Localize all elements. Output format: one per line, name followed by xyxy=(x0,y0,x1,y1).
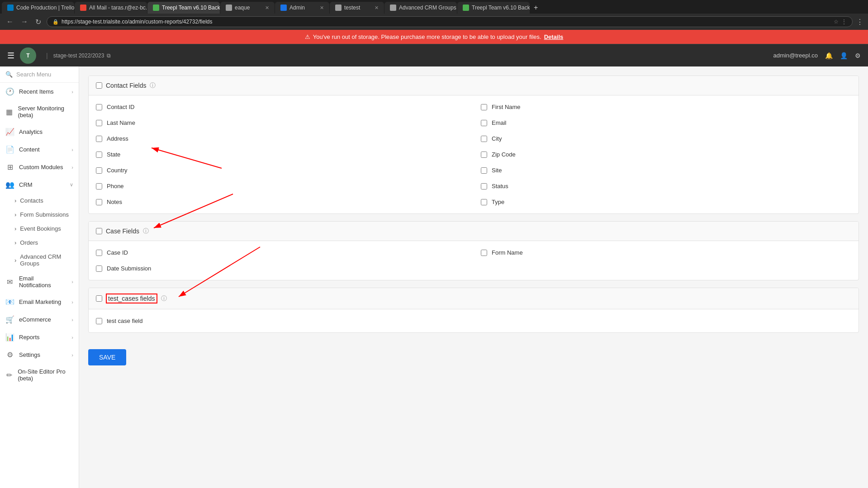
tab-gmail[interactable]: All Mail - taras.r@ez-bc.c... ✕ xyxy=(75,2,147,14)
extensions-area: ⋮ xyxy=(856,18,863,26)
sidebar-item-reports[interactable]: 📊 Reports › xyxy=(0,328,79,346)
sidebar-item-custom-modules[interactable]: ⊞ Custom Modules › xyxy=(0,158,79,176)
contact-fields-section: Contact Fields ⓘ Contact ID Last Name xyxy=(88,76,859,214)
sidebar-item-recent-items[interactable]: 🕐 Recent Items › xyxy=(0,83,79,100)
city-label: City xyxy=(492,135,502,142)
external-link-icon[interactable]: ⧉ xyxy=(107,52,111,59)
country-checkbox[interactable] xyxy=(96,167,102,174)
last-name-label: Last Name xyxy=(107,119,135,126)
city-checkbox[interactable] xyxy=(481,136,487,142)
admin-email: admin@treepl.co xyxy=(773,52,818,59)
form-name-checkbox[interactable] xyxy=(481,250,487,256)
test-cases-left: test case field xyxy=(89,313,474,329)
sidebar-item-form-submissions[interactable]: › Form Submissions xyxy=(14,208,79,222)
warning-icon: ⚠ xyxy=(305,33,310,40)
tab-crm-groups[interactable]: Advanced CRM Groups ✕ xyxy=(384,2,457,14)
ecommerce-chevron-icon: › xyxy=(71,317,73,322)
notes-checkbox[interactable] xyxy=(96,199,102,205)
sidebar-item-email-marketing[interactable]: 📧 Email Marketing › xyxy=(0,293,79,311)
settings-icon[interactable]: ⚙ xyxy=(855,52,861,59)
main-layout: 🔍 Search Menu 🕐 Recent Items › ▦ Server … xyxy=(0,66,868,488)
field-status: Status xyxy=(474,178,859,194)
case-id-checkbox[interactable] xyxy=(96,250,102,256)
email-notifications-chevron-icon: › xyxy=(71,279,73,284)
site-checkbox[interactable] xyxy=(481,167,487,174)
date-submission-label: Date Submission xyxy=(107,265,151,272)
tab-close-testest[interactable]: ✕ xyxy=(375,5,379,11)
tab-eaque[interactable]: eaque ✕ xyxy=(220,2,275,14)
phone-checkbox[interactable] xyxy=(96,183,102,190)
field-form-name: Form Name xyxy=(474,245,859,261)
notifications-icon[interactable]: 🔔 xyxy=(825,52,833,59)
address-bar[interactable]: 🔒 https://stage-test.trialsite.co/admin/… xyxy=(47,16,853,27)
test-cases-checkbox[interactable] xyxy=(96,295,102,302)
storage-details-link[interactable]: Details xyxy=(544,33,564,40)
contact-fields-checkbox[interactable] xyxy=(96,82,102,89)
tab-close-admin[interactable]: ✕ xyxy=(320,5,324,11)
sidebar-item-contacts[interactable]: › Contacts xyxy=(14,194,79,208)
sidebar-item-advanced-crm-groups[interactable]: › Advanced CRM Groups xyxy=(14,250,79,270)
test-cases-info-icon[interactable]: ⓘ xyxy=(161,294,167,303)
sidebar-item-crm[interactable]: 👥 CRM ∨ xyxy=(0,176,79,194)
email-checkbox[interactable] xyxy=(481,120,487,126)
sidebar-item-settings[interactable]: ⚙ Settings › xyxy=(0,346,79,364)
first-name-checkbox[interactable] xyxy=(481,104,487,110)
address-checkbox[interactable] xyxy=(96,136,102,142)
state-checkbox[interactable] xyxy=(96,152,102,158)
sidebar-item-server-monitoring[interactable]: ▦ Server Monitoring (beta) xyxy=(0,100,79,123)
hamburger-button[interactable]: ☰ xyxy=(7,51,14,61)
sidebar-item-event-bookings[interactable]: › Event Bookings xyxy=(14,222,79,236)
status-checkbox[interactable] xyxy=(481,183,487,190)
tab-label-admin: Admin xyxy=(289,5,305,11)
contact-fields-info-icon[interactable]: ⓘ xyxy=(150,81,156,90)
tab-favicon-treepl xyxy=(153,5,159,11)
date-submission-checkbox[interactable] xyxy=(96,265,102,272)
reports-icon: 📊 xyxy=(5,333,14,341)
site-label: Site xyxy=(492,167,502,174)
last-name-checkbox[interactable] xyxy=(96,120,102,126)
custom-modules-icon: ⊞ xyxy=(5,163,14,171)
sidebar-item-ecommerce[interactable]: 🛒 eCommerce › xyxy=(0,311,79,328)
first-name-label: First Name xyxy=(492,104,521,110)
test-case-field-checkbox[interactable] xyxy=(96,318,102,324)
new-tab-button[interactable]: + xyxy=(530,2,541,14)
tab-close-eaque[interactable]: ✕ xyxy=(265,5,269,11)
search-menu[interactable]: 🔍 Search Menu xyxy=(0,66,79,83)
case-fields-info-icon[interactable]: ⓘ xyxy=(143,227,149,235)
back-button[interactable]: ← xyxy=(5,17,15,27)
contact-id-checkbox[interactable] xyxy=(96,104,102,110)
sidebar-item-content[interactable]: 📄 Content › xyxy=(0,141,79,158)
content-icon: 📄 xyxy=(5,145,14,154)
profile-icon[interactable]: 👤 xyxy=(840,52,848,59)
forward-button[interactable]: → xyxy=(19,17,30,27)
site-name-text: stage-test 2022/2023 xyxy=(53,52,104,59)
sidebar-item-on-site-editor[interactable]: ✏ On-Site Editor Pro (beta) xyxy=(0,364,79,386)
case-fields-checkbox[interactable] xyxy=(96,228,102,234)
tab-treepl[interactable]: Treepl Team v6.10 Backlo... ✕ xyxy=(147,2,220,14)
type-checkbox[interactable] xyxy=(481,199,487,205)
tab-favicon-admin xyxy=(280,5,287,11)
orders-chevron-icon: › xyxy=(14,239,16,246)
tab-admin[interactable]: Admin ✕ xyxy=(275,2,329,14)
case-id-label: Case ID xyxy=(107,249,128,256)
phone-label: Phone xyxy=(107,183,124,190)
tab-trello[interactable]: Code Production | Trello ✕ xyxy=(2,2,74,14)
sidebar-item-analytics[interactable]: 📈 Analytics xyxy=(0,123,79,141)
recent-items-icon: 🕐 xyxy=(5,87,14,96)
contact-fields-header: Contact Fields ⓘ xyxy=(89,76,859,95)
sidebar-label-ecommerce: eCommerce xyxy=(19,316,51,323)
field-site: Site xyxy=(474,162,859,178)
save-button[interactable]: SAVE xyxy=(88,349,126,365)
reload-button[interactable]: ↻ xyxy=(33,17,43,27)
sidebar-item-email-notifications[interactable]: ✉ Email Notifications › xyxy=(0,270,79,293)
advanced-crm-chevron-icon: › xyxy=(14,257,16,264)
contact-fields-wrapper: Contact Fields ⓘ Contact ID Last Name xyxy=(88,76,859,214)
tab-testest[interactable]: testest ✕ xyxy=(330,2,384,14)
email-label: Email xyxy=(492,119,507,126)
test-case-field-label: test case field xyxy=(107,317,143,324)
zip-code-checkbox[interactable] xyxy=(481,152,487,158)
tab-treepl2[interactable]: Treepl Team v6.10 Backlo... ✕ xyxy=(457,2,530,14)
field-city: City xyxy=(474,131,859,147)
sidebar-item-orders[interactable]: › Orders xyxy=(14,236,79,250)
sidebar-label-analytics: Analytics xyxy=(19,128,43,135)
